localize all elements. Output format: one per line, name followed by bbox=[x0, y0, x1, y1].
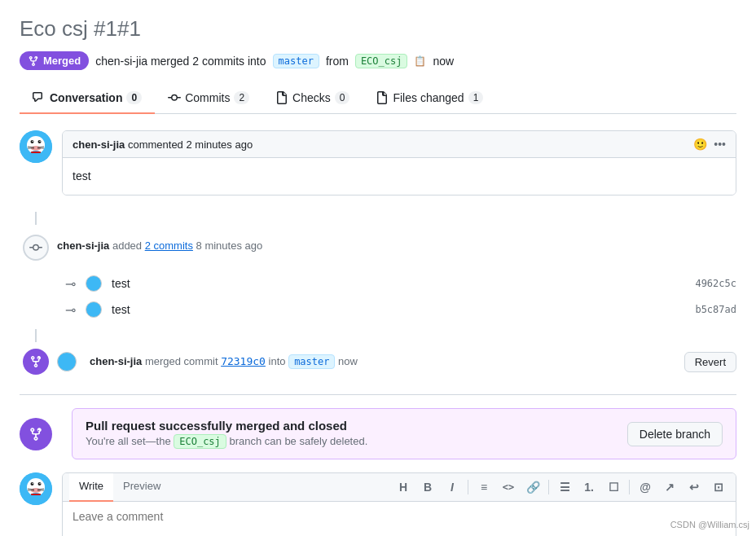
pr-number: #1 bbox=[94, 16, 117, 41]
emoji-button[interactable]: 🙂 bbox=[693, 138, 707, 151]
commit-avatar bbox=[86, 301, 102, 318]
svg-point-21 bbox=[32, 483, 33, 484]
toolbar-quote-btn[interactable]: ≡ bbox=[473, 477, 494, 498]
commenter-avatar bbox=[20, 472, 52, 505]
status-bar: Merged chen-si-jia merged 2 commits into… bbox=[20, 51, 736, 70]
comment-header-right: 🙂 ••• bbox=[693, 138, 726, 151]
delete-branch-button[interactable]: Delete branch bbox=[627, 422, 723, 446]
merged-box-text: Pull request successfully merged and clo… bbox=[86, 419, 367, 449]
repo-name: Eco csj bbox=[20, 16, 88, 41]
files-changed-icon bbox=[376, 91, 389, 104]
commit-hash[interactable]: b5c87ad bbox=[695, 304, 736, 315]
commit-hash[interactable]: 4962c5c bbox=[695, 278, 736, 289]
svg-rect-14 bbox=[31, 152, 41, 153]
write-box: Write Preview H B I ≡ <> 🔗 ☰ 1. ☐ bbox=[62, 472, 736, 536]
toolbar-reference-btn[interactable]: ↗ bbox=[659, 477, 680, 498]
toolbar-heading-btn[interactable]: H bbox=[393, 477, 414, 498]
merge-commit-link[interactable]: 72319c0 bbox=[221, 355, 266, 367]
merge-icon bbox=[28, 55, 39, 67]
tab-checks[interactable]: Checks 0 bbox=[262, 83, 363, 114]
target-branch-tag[interactable]: master bbox=[273, 54, 319, 68]
commits-list: ⊸ test 4962c5c ⊸ test b5c87ad bbox=[20, 270, 736, 323]
commit-message: test bbox=[112, 303, 130, 316]
event-action: added bbox=[112, 239, 145, 252]
toolbar-mention-btn[interactable]: @ bbox=[635, 477, 656, 498]
commits-icon bbox=[168, 91, 181, 104]
commits-added-event: chen-si-jia added 2 commits 8 minutes ag… bbox=[20, 235, 736, 261]
table-row: ⊸ test b5c87ad bbox=[65, 297, 736, 323]
comment-time: 2 minutes ago bbox=[186, 138, 253, 151]
write-area-wrapper: Write Preview H B I ≡ <> 🔗 ☰ 1. ☐ bbox=[20, 472, 736, 536]
tab-commits[interactable]: Commits 2 bbox=[155, 83, 262, 114]
svg-rect-29 bbox=[31, 494, 41, 495]
toolbar-fullscreen-btn[interactable]: ⊡ bbox=[708, 477, 729, 498]
branch-name-tag[interactable]: ECO_csj bbox=[174, 434, 226, 449]
table-row: ⊸ test 4962c5c bbox=[65, 270, 736, 297]
comment-author[interactable]: chen-si-jia bbox=[73, 138, 125, 151]
svg-point-6 bbox=[32, 141, 33, 142]
svg-point-7 bbox=[39, 141, 40, 142]
comment-header-left: chen-si-jia commented 2 minutes ago bbox=[73, 138, 253, 151]
svg-point-5 bbox=[38, 140, 42, 143]
subtitle-prefix: You're all set—the bbox=[86, 435, 171, 447]
commit-branch-icon: ⊸ bbox=[65, 302, 76, 318]
commits-count-link[interactable]: 2 commits bbox=[145, 239, 193, 252]
merged-badge: Merged bbox=[20, 51, 89, 70]
content-area: chen-si-jia commented 2 minutes ago 🙂 ••… bbox=[20, 114, 736, 536]
comment-action: commented bbox=[128, 138, 187, 151]
more-options-button[interactable]: ••• bbox=[714, 138, 726, 151]
toolbar-ordered-list-btn[interactable]: 1. bbox=[578, 477, 600, 498]
merge-action: merged commit bbox=[145, 355, 221, 367]
svg-point-22 bbox=[39, 483, 40, 484]
merged-box-title: Pull request successfully merged and clo… bbox=[86, 419, 367, 433]
toolbar-code-btn[interactable]: <> bbox=[498, 477, 519, 498]
merge-author-avatar bbox=[57, 352, 77, 371]
toolbar-unordered-list-btn[interactable]: ☰ bbox=[554, 477, 575, 498]
event-time-val: 8 minutes ago bbox=[196, 239, 263, 252]
merged-box-subtitle: You're all set—the ECO_csj branch can be… bbox=[86, 434, 367, 449]
from-text: from bbox=[326, 55, 349, 68]
revert-button[interactable]: Revert bbox=[684, 352, 736, 372]
commit-left: ⊸ test bbox=[65, 275, 130, 292]
event-author[interactable]: chen-si-jia bbox=[57, 239, 109, 252]
tab-files-changed-count: 1 bbox=[468, 91, 484, 104]
commits-added-icon bbox=[23, 235, 49, 261]
event-text: chen-si-jia added 2 commits 8 minutes ag… bbox=[57, 235, 262, 252]
toolbar-undo-btn[interactable]: ↩ bbox=[683, 477, 705, 498]
toolbar-bold-btn[interactable]: B bbox=[417, 477, 438, 498]
merge-time-val: now bbox=[338, 355, 358, 367]
write-tab-preview[interactable]: Preview bbox=[113, 473, 170, 502]
tab-commits-count: 2 bbox=[234, 91, 249, 104]
divider bbox=[20, 394, 736, 395]
merge-branch-tag[interactable]: master bbox=[288, 354, 335, 369]
page-title: Eco csj #1#1 bbox=[20, 16, 736, 42]
merge-event-text: chen-si-jia merged commit 72319c0 into m… bbox=[90, 354, 676, 369]
source-branch-tag[interactable]: ECO_csj bbox=[355, 54, 408, 68]
tab-conversation-count: 0 bbox=[126, 91, 142, 104]
tab-conversation[interactable]: Conversation 0 bbox=[20, 83, 155, 114]
comment-textarea[interactable] bbox=[63, 502, 736, 536]
comment-text: test bbox=[73, 169, 91, 182]
merge-event-icon bbox=[23, 349, 49, 375]
tab-commits-label: Commits bbox=[185, 91, 230, 104]
tab-conversation-label: Conversation bbox=[50, 91, 122, 104]
commit-avatar bbox=[86, 275, 102, 292]
merged-box-icon bbox=[20, 418, 52, 450]
subtitle-suffix: branch can be safely deleted. bbox=[229, 435, 367, 447]
write-tab-write[interactable]: Write bbox=[69, 473, 113, 502]
merged-success-section: Pull request successfully merged and clo… bbox=[20, 408, 736, 459]
pr-tabs: Conversation 0 Commits 2 Checks 0 Files … bbox=[20, 83, 736, 114]
commit-left: ⊸ test bbox=[65, 301, 130, 318]
avatar bbox=[20, 130, 52, 163]
toolbar-link-btn[interactable]: 🔗 bbox=[522, 477, 543, 498]
toolbar-task-list-btn[interactable]: ☐ bbox=[603, 477, 624, 498]
merge-author[interactable]: chen-si-jia bbox=[90, 355, 142, 367]
badge-label: Merged bbox=[43, 55, 81, 67]
toolbar-italic-btn[interactable]: I bbox=[442, 477, 463, 498]
merge-into: into bbox=[269, 355, 289, 367]
checks-icon bbox=[275, 91, 288, 104]
svg-point-19 bbox=[31, 482, 34, 485]
status-description: chen-si-jia merged 2 commits into bbox=[95, 55, 266, 68]
tab-files-changed[interactable]: Files changed 1 bbox=[363, 83, 496, 114]
commit-message: test bbox=[112, 277, 130, 290]
